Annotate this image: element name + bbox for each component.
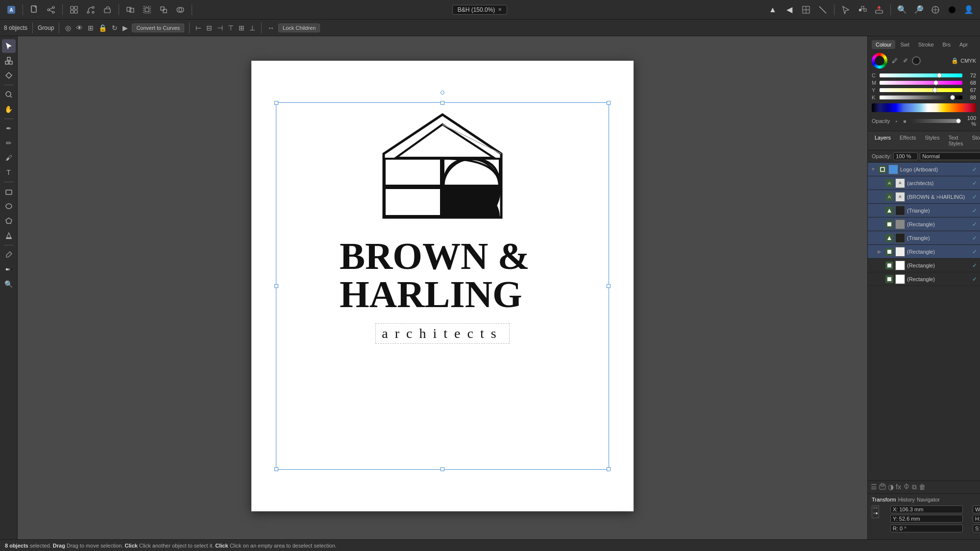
s-input[interactable] [973,525,980,532]
layers-panel-settings-icon[interactable]: ☰ [871,483,877,491]
tab-colour[interactable]: Colour [872,40,895,49]
layer-collapse-icon[interactable]: ▼ [871,167,877,172]
handle-tr[interactable] [607,101,611,105]
tab-stock[interactable]: Stock [968,133,980,148]
select-tool-icon[interactable] [838,2,853,17]
colour-wheel[interactable] [872,53,887,69]
play-icon[interactable]: ▶ [122,23,129,33]
layer-item-rect4[interactable]: (Rectangle) ✓ [868,272,980,286]
layer-vis-triangle1[interactable] [885,207,893,215]
handle-tl[interactable] [274,101,278,105]
transform-icon[interactable] [100,2,115,17]
m-slider[interactable] [880,81,962,85]
layers-fx-bottom-icon[interactable]: fx [896,483,901,491]
node-tool[interactable] [2,54,16,68]
h-input[interactable] [973,515,980,523]
navigator-icon[interactable] [928,2,943,17]
y-slider[interactable] [880,88,962,92]
canvas-area[interactable]: BROWN & HARLING architects [18,36,867,539]
k-slider[interactable] [880,96,962,99]
layer-item-rect2[interactable]: ▶ (Rectangle) ✓ [868,245,980,259]
document-title[interactable]: B&H (150.0%) ✕ [452,5,508,15]
zoom-out-icon[interactable]: 🔎 [911,2,926,17]
align-center-h-icon[interactable]: ⊟ [205,23,213,33]
layer-vis-triangle2[interactable] [885,234,893,242]
layers-opacity-input[interactable] [893,152,918,160]
brush-tool[interactable]: 🖌 [2,151,16,165]
pixel-icon[interactable] [855,2,870,17]
arrange-icon[interactable] [123,2,138,17]
new-doc-icon[interactable] [27,2,42,17]
handle-tc[interactable] [441,101,444,105]
layer-vis-architects[interactable]: A [885,179,893,187]
x-input[interactable] [890,505,963,513]
layer-check-brown[interactable]: ✓ [972,193,977,200]
layer-item-rect3[interactable]: (Rectangle) ✓ [868,259,980,272]
share-icon[interactable] [44,2,58,17]
person-icon[interactable]: 👤 [961,2,976,17]
fill-tool[interactable] [2,229,16,242]
pen-tool[interactable]: ✒ [2,121,16,135]
layer-vis-rect2[interactable] [885,248,893,256]
layer-item-architects[interactable]: A A (architects) ✓ [868,176,980,190]
flip-h-icon[interactable]: ↔ [267,23,275,33]
align-top-icon[interactable]: ⊤ [227,23,235,33]
gradient-tool[interactable] [2,263,16,276]
r-input[interactable] [890,525,963,532]
tab-swt[interactable]: Swt [896,40,913,49]
text-tool[interactable]: T [2,166,16,179]
colour-gradient-bar[interactable] [872,103,976,112]
snap-icon[interactable] [799,2,813,17]
crop-tool[interactable] [2,69,16,82]
close-tab-icon[interactable]: ✕ [498,7,502,12]
layer-check-rect4[interactable]: ✓ [972,276,977,283]
hand-tool[interactable]: ✋ [2,102,16,116]
node-icon[interactable] [83,2,98,17]
layer-vis-rect3[interactable] [885,262,893,269]
tab-history[interactable]: History [898,497,915,503]
tab-stroke[interactable]: Stroke [914,40,938,49]
layer-check-artboard[interactable]: ✓ [972,166,977,173]
opacity-slider[interactable] [911,119,958,123]
ellipse-tool[interactable] [2,199,16,213]
lock-icon[interactable]: 🔒 [98,23,108,33]
tab-navigator[interactable]: Navigator [917,497,940,503]
select-tool[interactable] [2,39,16,53]
layers-trash-icon[interactable]: 🗑 [919,483,926,491]
layer-check-rect2[interactable]: ✓ [972,248,977,255]
view-icon[interactable] [67,2,81,17]
layer-item-rect1[interactable]: (Rectangle) ✓ [868,217,980,231]
anchor-picker[interactable] [872,505,879,518]
black-swatch[interactable] [912,56,921,65]
c-slider[interactable] [880,73,962,77]
align-right-icon[interactable]: ⊣ [216,23,224,33]
y-input[interactable] [890,515,963,523]
blend-tool[interactable]: 🔍 [2,277,16,291]
tab-transform[interactable]: Transform [872,497,896,503]
redo-icon[interactable]: ◀ [782,2,797,17]
align-center-v-icon[interactable]: ⊞ [238,23,245,33]
boolean-icon[interactable] [173,2,188,17]
convert-curves-btn[interactable]: Convert to Curves [132,24,184,32]
zoom-in-icon[interactable]: 🔍 [895,2,909,17]
layer-check-rect3[interactable]: ✓ [972,262,977,269]
layer-item-brown[interactable]: A A (BROWN & >HARLING) ✓ [868,190,980,204]
ungroup-icon[interactable] [156,2,171,17]
lock-children-btn[interactable]: Lock Children [278,24,320,32]
layer-check-architects[interactable]: ✓ [972,180,977,187]
layer-check-triangle1[interactable]: ✓ [972,207,977,214]
lock-colour-icon[interactable]: 🔒 [951,57,958,64]
handle-bc[interactable] [441,467,444,471]
rect2-expand[interactable]: ▶ [878,249,883,254]
layer-vis-rect1[interactable] [885,220,893,228]
tab-styles[interactable]: Styles [921,133,943,148]
polygon-tool[interactable] [2,214,16,228]
target-icon[interactable]: ◎ [64,23,72,33]
layer-item-triangle2[interactable]: (Triangle) ✓ [868,231,980,245]
pencil-tool[interactable]: ✏ [2,136,16,150]
undo-icon[interactable]: ▲ [765,2,780,17]
pipette-icon[interactable]: 🖉 [890,56,899,65]
visibility-icon[interactable]: 👁 [75,23,84,33]
layer-item-artboard[interactable]: ▼ Logo (Artboard) ✓ [868,163,980,176]
layer-check-triangle2[interactable]: ✓ [972,235,977,241]
